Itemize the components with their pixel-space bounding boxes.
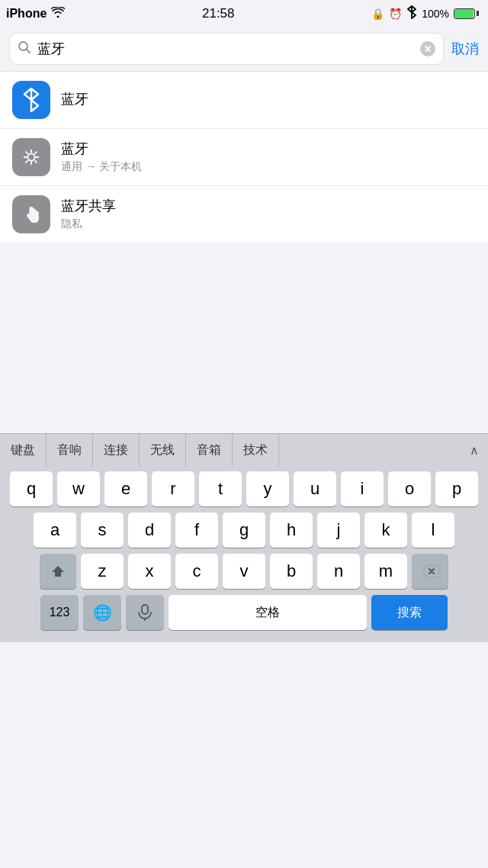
key-s[interactable]: s [81, 513, 124, 548]
result-text-sharing: 蓝牙共享 隐私 [61, 198, 476, 230]
suggestions-bar: 键盘 音响 连接 无线 音箱 技术 ∧ [0, 433, 488, 467]
key-e[interactable]: e [104, 471, 147, 506]
result-text-bluetooth: 蓝牙 [61, 91, 476, 108]
key-u[interactable]: u [294, 471, 336, 506]
result-subtitle-3: 隐私 [61, 217, 476, 231]
result-title-3: 蓝牙共享 [61, 198, 476, 215]
key-t[interactable]: t [199, 471, 242, 506]
keyboard-row-2: a s d f g h j k l [0, 508, 488, 549]
bluetooth-app-icon [12, 81, 50, 119]
suggestion-connect[interactable]: 连接 [93, 434, 140, 467]
key-d[interactable]: d [128, 513, 171, 548]
carrier-label: iPhone [6, 7, 47, 21]
search-icon [18, 40, 31, 57]
suggestion-tech[interactable]: 技术 [233, 434, 279, 467]
suggestion-wireless[interactable]: 无线 [140, 434, 186, 467]
status-left: iPhone [6, 7, 65, 21]
result-subtitle-2: 通用 → 关于本机 [61, 160, 476, 174]
cancel-button[interactable]: 取消 [451, 40, 479, 58]
key-z[interactable]: z [81, 554, 124, 589]
key-f[interactable]: f [175, 513, 218, 548]
status-bar: iPhone 21:58 🔒 ⏰ 100% [0, 0, 488, 27]
key-b[interactable]: b [270, 554, 313, 589]
key-o[interactable]: o [388, 471, 431, 506]
mic-key[interactable] [126, 595, 164, 630]
battery-percent: 100% [422, 8, 449, 20]
key-h[interactable]: h [270, 513, 313, 548]
wifi-icon [51, 7, 65, 21]
result-item-bluetooth[interactable]: 蓝牙 [0, 72, 488, 129]
empty-content-area [0, 243, 488, 433]
time-label: 21:58 [202, 6, 235, 21]
privacy-app-icon [12, 195, 50, 233]
search-action-key[interactable]: 搜索 [371, 595, 448, 630]
search-input-wrapper[interactable]: 蓝牙 [9, 33, 444, 65]
key-w[interactable]: w [57, 471, 100, 506]
svg-point-1 [27, 153, 34, 160]
search-bar-container: 蓝牙 取消 [0, 27, 488, 71]
key-j[interactable]: j [317, 513, 360, 548]
keyboard-row-3: z x c v b n m [0, 549, 488, 590]
result-item-sharing[interactable]: 蓝牙共享 隐私 [0, 186, 488, 243]
result-text-general: 蓝牙 通用 → 关于本机 [61, 140, 476, 173]
result-title-2: 蓝牙 [61, 140, 476, 158]
shift-key[interactable] [40, 554, 76, 589]
bluetooth-status-icon [406, 5, 417, 21]
results-list: 蓝牙 蓝牙 通用 → 关于本机 蓝牙共享 隐私 [0, 71, 488, 243]
key-g[interactable]: g [223, 513, 265, 548]
suggestions-expand-icon[interactable]: ∧ [461, 434, 488, 467]
key-i[interactable]: i [341, 471, 384, 506]
num-key[interactable]: 123 [40, 595, 79, 630]
key-q[interactable]: q [10, 471, 53, 506]
key-n[interactable]: n [317, 554, 360, 589]
key-a[interactable]: a [34, 513, 76, 548]
result-item-general[interactable]: 蓝牙 通用 → 关于本机 [0, 129, 488, 186]
battery-icon [454, 8, 479, 19]
globe-key[interactable]: 🌐 [83, 595, 121, 630]
alarm-icon: ⏰ [389, 8, 402, 20]
key-c[interactable]: c [175, 554, 218, 589]
settings-app-icon [12, 138, 50, 176]
clear-button[interactable] [420, 41, 435, 56]
svg-rect-2 [142, 605, 148, 614]
key-y[interactable]: y [246, 471, 289, 506]
key-r[interactable]: r [152, 471, 194, 506]
keyboard-row-1: q w e r t y u i o p [0, 467, 488, 508]
key-m[interactable]: m [364, 554, 407, 589]
result-title-1: 蓝牙 [61, 91, 476, 108]
keyboard: q w e r t y u i o p a s d f g h j k l z … [0, 467, 488, 642]
key-l[interactable]: l [412, 513, 454, 548]
key-v[interactable]: v [223, 554, 265, 589]
suggestion-speaker[interactable]: 音箱 [186, 434, 233, 467]
key-k[interactable]: k [364, 513, 407, 548]
search-query[interactable]: 蓝牙 [37, 40, 414, 58]
suggestion-keyboard[interactable]: 键盘 [0, 434, 47, 467]
key-x[interactable]: x [128, 554, 171, 589]
suggestion-audio[interactable]: 音响 [47, 434, 93, 467]
keyboard-bottom-row: 123 🌐 空格 搜索 [0, 590, 488, 642]
svg-point-0 [19, 42, 27, 50]
space-key[interactable]: 空格 [169, 595, 367, 630]
status-right: 🔒 ⏰ 100% [371, 5, 479, 21]
lock-icon: 🔒 [371, 8, 384, 20]
backspace-key[interactable] [412, 554, 448, 589]
key-p[interactable]: p [435, 471, 478, 506]
